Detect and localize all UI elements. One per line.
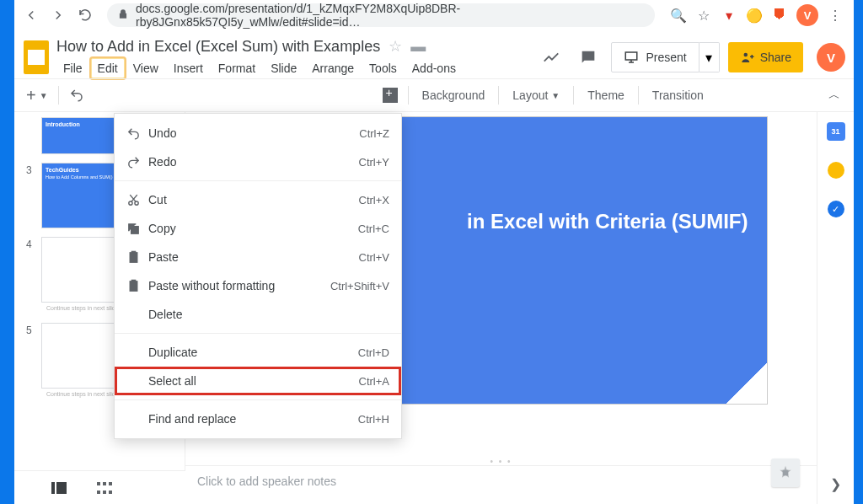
back-button[interactable] [19, 3, 43, 27]
kebab-icon[interactable]: ⋮ [827, 7, 844, 24]
star-doc-icon[interactable]: ☆ [389, 37, 402, 56]
present-dropdown[interactable]: ▾ [700, 42, 720, 72]
menu-item-select-all[interactable]: Select allCtrl+A [115, 367, 401, 395]
explore-button[interactable] [771, 458, 800, 487]
keep-icon[interactable] [828, 162, 844, 179]
folder-icon[interactable]: ▬ [410, 38, 426, 56]
ext-icon-1[interactable]: ▾ [721, 7, 737, 24]
hide-panel-icon[interactable]: ❯ [830, 476, 841, 492]
menu-add-ons[interactable]: Add-ons [405, 58, 463, 78]
trend-icon[interactable] [537, 43, 566, 72]
star-icon[interactable]: ☆ [695, 7, 712, 24]
svg-rect-10 [109, 491, 112, 494]
svg-point-1 [743, 53, 748, 57]
menu-insert[interactable]: Insert [167, 58, 210, 78]
filmstrip-view-icon[interactable] [51, 482, 67, 494]
menu-arrange[interactable]: Arrange [305, 58, 361, 78]
svg-rect-15 [131, 251, 135, 254]
menu-slide[interactable]: Slide [264, 58, 303, 78]
lock-icon [117, 8, 129, 23]
zoom-icon[interactable]: 🔍 [670, 7, 687, 24]
ext-icon-3[interactable]: ⛊ [771, 7, 788, 24]
svg-rect-8 [97, 491, 100, 494]
menu-item-undo[interactable]: UndoCtrl+Z [115, 119, 401, 147]
svg-rect-4 [56, 482, 67, 494]
notes-resize-handle[interactable]: • • • [185, 457, 817, 465]
menu-item-cut[interactable]: CutCtrl+X [115, 185, 401, 214]
view-switcher [14, 470, 185, 504]
menu-item-duplicate[interactable]: DuplicateCtrl+D [115, 338, 401, 367]
browser-toolbar: docs.google.com/presentation/d/1_kZMqxFY… [14, 0, 854, 30]
menu-item-delete[interactable]: Delete [115, 300, 401, 329]
reload-button[interactable] [73, 3, 97, 27]
present-button[interactable]: Present [611, 42, 699, 72]
theme-button[interactable]: Theme [579, 83, 633, 108]
edit-menu: UndoCtrl+ZRedoCtrl+YCutCtrl+XCopyCtrl+CP… [114, 113, 402, 439]
svg-rect-2 [783, 470, 789, 476]
svg-rect-6 [103, 482, 106, 485]
menu-item-find-and-replace[interactable]: Find and replaceCtrl+H [115, 405, 401, 433]
undo-icon[interactable] [64, 83, 89, 108]
svg-rect-9 [103, 491, 106, 494]
layout-button[interactable]: Layout▼ [504, 83, 568, 108]
background-button[interactable]: Background [414, 83, 494, 108]
url-text: docs.google.com/presentation/d/1_kZMqxFY… [136, 2, 645, 29]
menu-edit[interactable]: Edit [91, 58, 125, 78]
svg-rect-17 [131, 280, 135, 282]
svg-rect-0 [626, 52, 638, 60]
comments-icon[interactable] [574, 43, 603, 72]
forward-button[interactable] [46, 3, 70, 27]
calendar-icon[interactable] [827, 122, 845, 141]
page-curl-icon [726, 363, 767, 404]
profile-avatar[interactable]: V [796, 4, 818, 26]
menubar: FileEditViewInsertFormatSlideArrangeTool… [56, 58, 537, 78]
menu-file[interactable]: File [56, 58, 89, 78]
speaker-notes[interactable]: Click to add speaker notes [185, 465, 817, 504]
insert-image-icon[interactable]: + [378, 83, 403, 108]
menu-item-paste[interactable]: PasteCtrl+V [115, 243, 401, 271]
menu-tools[interactable]: Tools [362, 58, 404, 78]
slides-logo[interactable] [21, 37, 51, 78]
side-panel: ❯ [817, 112, 854, 504]
menu-item-redo[interactable]: RedoCtrl+Y [115, 147, 401, 176]
menu-view[interactable]: View [126, 58, 165, 78]
collapse-toolbar-icon[interactable]: ︿ [822, 83, 847, 108]
svg-rect-5 [97, 482, 100, 485]
share-button[interactable]: Share [728, 42, 803, 72]
account-avatar[interactable]: V [817, 43, 845, 72]
ext-icon-2[interactable]: 🟡 [746, 7, 763, 24]
slide-title-text: in Excel with Criteria (SUMIF) [467, 210, 748, 233]
menu-format[interactable]: Format [212, 58, 262, 78]
tasks-icon[interactable] [828, 201, 844, 217]
svg-rect-3 [51, 482, 55, 494]
svg-rect-7 [109, 482, 112, 485]
menu-item-paste-without-formatting[interactable]: Paste without formattingCtrl+Shift+V [115, 271, 401, 300]
doc-title[interactable]: How to Add in Excel (Excel Sum) with Exa… [56, 38, 380, 56]
address-bar[interactable]: docs.google.com/presentation/d/1_kZMqxFY… [107, 3, 655, 27]
transition-button[interactable]: Transition [644, 83, 712, 108]
toolbar: +▼ + Background Layout▼ Theme Transition… [14, 78, 854, 112]
new-slide-button[interactable]: +▼ [21, 83, 53, 108]
grid-view-icon[interactable] [97, 482, 112, 494]
menu-item-copy[interactable]: CopyCtrl+C [115, 214, 401, 243]
